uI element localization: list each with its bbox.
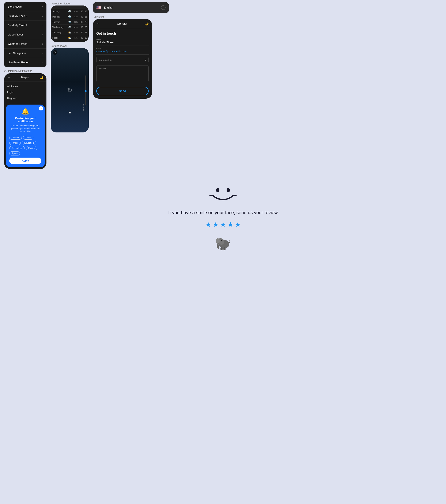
video-label: Important bbox=[83, 104, 85, 111]
star-5[interactable]: ★ bbox=[235, 220, 241, 229]
weather-row-wednesday: Wednesday 🌧️ 70% 30 25 bbox=[52, 25, 87, 30]
tag-sports[interactable]: Sports bbox=[9, 151, 20, 156]
star-3[interactable]: ★ bbox=[220, 220, 226, 229]
contact-dark-icon[interactable]: 🌙 bbox=[144, 21, 149, 26]
sidebar-item-live-event[interactable]: Live Event Report › bbox=[4, 58, 46, 67]
notif-description: Choose the below category for you want p… bbox=[9, 124, 41, 133]
interested-label: Interested In bbox=[99, 59, 111, 61]
star-2[interactable]: ★ bbox=[213, 220, 219, 229]
weather-row-thursday: Thursday ⛅ 70% 30 25 bbox=[52, 30, 87, 35]
weather-nums-tuesday: 30 25 bbox=[81, 21, 87, 23]
high-wednesday: 30 bbox=[81, 26, 83, 29]
language-radio-circle[interactable] bbox=[161, 5, 166, 10]
back-icon[interactable]: ← bbox=[7, 76, 11, 79]
percent-tuesday: 70% bbox=[74, 21, 78, 23]
weather-icon-rain4: 🌧️ bbox=[68, 26, 71, 29]
weather-icon-rain3: 🌧️ bbox=[68, 20, 71, 23]
email-value[interactable]: surinder@osumstudio.com bbox=[96, 50, 149, 54]
stars-container[interactable]: ★ ★ ★ ★ ★ bbox=[205, 220, 241, 229]
tag-technology[interactable]: Technology bbox=[9, 146, 25, 150]
chevron-right-icon: › bbox=[42, 52, 43, 55]
nav-login[interactable]: Login bbox=[4, 89, 46, 95]
weather-nums-wednesday: 30 25 bbox=[81, 26, 87, 29]
tag-politics[interactable]: Politics bbox=[26, 146, 37, 150]
phone-nav-list: All Pages Login Register bbox=[4, 82, 46, 103]
weather-icon-rain2: 🌧️ bbox=[68, 15, 71, 18]
name-label: Name bbox=[96, 38, 149, 40]
contact-section-label: #Contact bbox=[94, 16, 442, 18]
day-monday: Monday bbox=[52, 16, 65, 18]
nav-all-pages[interactable]: All Pages bbox=[4, 83, 46, 89]
star-1[interactable]: ★ bbox=[205, 220, 211, 229]
customize-notif-label: #Customize Notifications bbox=[4, 70, 46, 72]
right-column: 🇺🇸 English #Contact ← Contact 🌙 Get in t… bbox=[93, 2, 442, 99]
message-label: Message bbox=[99, 67, 146, 69]
notification-modal: ✕ 🔔 Customize your notification Choose t… bbox=[6, 105, 45, 167]
svg-rect-9 bbox=[223, 247, 226, 250]
weather-section: #Weather Screen Sunday 🌧️ 70% 30 25 bbox=[51, 2, 89, 42]
name-value[interactable]: Surinder Thakur bbox=[96, 41, 149, 45]
day-thursday: Thursday bbox=[52, 32, 65, 34]
high-thursday: 30 bbox=[81, 32, 83, 34]
sidebar-item-left-navigation[interactable]: Left Navigation › bbox=[4, 49, 46, 58]
video-background: ↻ ≡ Important bbox=[51, 48, 89, 132]
rotate-icon: ↻ bbox=[67, 87, 72, 94]
percent-wednesday: 70% bbox=[74, 26, 78, 28]
svg-point-7 bbox=[221, 240, 222, 241]
day-tuesday: Tuesday bbox=[52, 21, 65, 23]
contact-phone: ← Contact 🌙 Get in touch Name Surinder T… bbox=[93, 19, 152, 99]
contact-interested-field[interactable]: Interested In ∨ bbox=[96, 57, 149, 63]
sidebar-item-video-player[interactable]: Video Player › bbox=[4, 30, 46, 39]
elephant-icon bbox=[214, 234, 232, 251]
percent-sunday: 70% bbox=[74, 10, 78, 13]
review-text: If you have a smile on your face, send u… bbox=[168, 210, 278, 216]
star-4[interactable]: ★ bbox=[227, 220, 233, 229]
low-friday: 25 bbox=[85, 37, 87, 39]
tag-education[interactable]: Education bbox=[22, 141, 36, 145]
message-textarea[interactable]: Message bbox=[96, 65, 149, 82]
interested-select[interactable]: Interested In ∨ bbox=[96, 57, 149, 63]
sidebar-item-build-feed-2[interactable]: Build My Feed 2 › bbox=[4, 21, 46, 30]
percent-thursday: 70% bbox=[74, 32, 78, 34]
percent-friday: 70% bbox=[74, 37, 78, 39]
contact-back-icon[interactable]: ← bbox=[96, 22, 100, 26]
weather-phone: Sunday 🌧️ 70% 30 25 Monday 🌧️ 70% 3 bbox=[51, 5, 89, 42]
contact-phone-header: ← Contact 🌙 bbox=[93, 19, 152, 28]
apply-button[interactable]: Apply bbox=[9, 158, 41, 164]
dark-mode-icon[interactable]: 🌙 bbox=[39, 75, 43, 79]
sidebar-item-weather-screen[interactable]: Weather Screen › bbox=[4, 39, 46, 49]
tag-travel[interactable]: Travel bbox=[23, 136, 33, 140]
email-label: Email bbox=[96, 48, 149, 50]
chevron-right-icon: › bbox=[42, 33, 43, 36]
sidebar-label-story-news: Story News bbox=[8, 5, 21, 8]
weather-table: Sunday 🌧️ 70% 30 25 Monday 🌧️ 70% 3 bbox=[51, 9, 89, 42]
notif-close-button[interactable]: ✕ bbox=[39, 106, 43, 110]
video-phone: ✕ ↻ ≡ Important bbox=[51, 48, 89, 132]
menu-icon[interactable]: ≡ bbox=[69, 111, 71, 116]
contact-name-field: Name Surinder Thakur bbox=[96, 38, 149, 45]
svg-rect-8 bbox=[220, 247, 223, 250]
language-selector[interactable]: 🇺🇸 English bbox=[93, 2, 169, 13]
video-progress-bar[interactable] bbox=[85, 75, 86, 105]
tag-lifestyle[interactable]: Lifestyle bbox=[9, 136, 22, 140]
nav-register[interactable]: Register bbox=[4, 95, 46, 101]
day-sunday: Sunday bbox=[52, 10, 65, 13]
video-close-button[interactable]: ✕ bbox=[53, 50, 57, 55]
pages-title: Pages bbox=[11, 76, 39, 79]
high-friday: 30 bbox=[81, 37, 83, 39]
weather-row-monday: Monday 🌧️ 70% 30 25 bbox=[52, 14, 87, 19]
sidebar-item-build-feed-1[interactable]: Build My Feed 1 › bbox=[4, 11, 46, 21]
send-button[interactable]: Send bbox=[96, 87, 149, 95]
language-name: English bbox=[104, 6, 113, 9]
weather-icon-cloudy1: ⛅ bbox=[68, 31, 71, 34]
weather-row-tuesday: Tuesday 🌧️ 70% 30 25 bbox=[52, 19, 87, 25]
contact-section: #Contact ← Contact 🌙 Get in touch Name S… bbox=[93, 16, 442, 99]
tag-fitness[interactable]: Fitness bbox=[9, 141, 21, 145]
weather-section-label: #Weather Screen bbox=[52, 2, 89, 5]
day-wednesday: Wednesday bbox=[52, 26, 65, 29]
contact-email-field: Email surinder@osumstudio.com bbox=[96, 48, 149, 54]
phone-pages-header: ← Pages 🌙 bbox=[4, 73, 46, 82]
chevron-right-icon: › bbox=[42, 42, 43, 45]
sidebar-item-story-news[interactable]: Story News › bbox=[4, 2, 46, 11]
sidebar-label-left-nav: Left Navigation bbox=[8, 52, 26, 55]
